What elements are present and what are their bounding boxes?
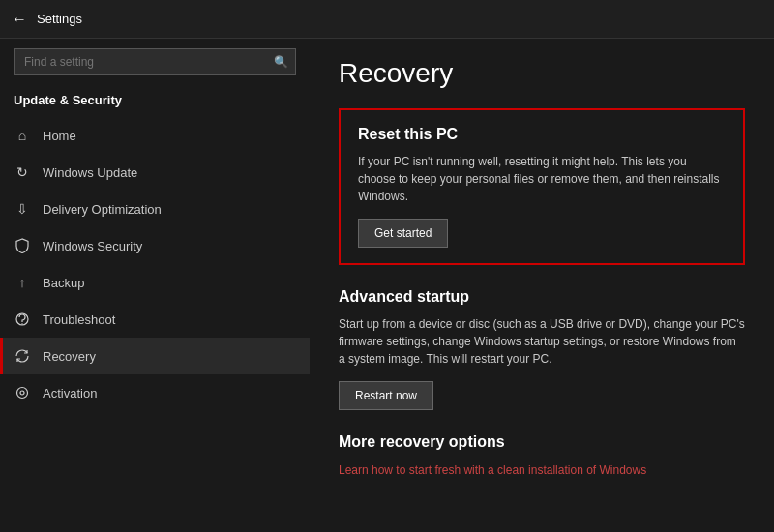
activation-icon [14, 384, 31, 401]
restart-now-button[interactable]: Restart now [339, 381, 433, 410]
advanced-startup-section: Advanced startup Start up from a device … [339, 288, 745, 410]
sidebar-item-label: Windows Update [43, 165, 137, 180]
page-title: Recovery [339, 58, 745, 89]
sidebar-item-delivery-optimization[interactable]: ⇩ Delivery Optimization [0, 191, 310, 227]
reset-pc-section: Reset this PC If your PC isn't running w… [339, 108, 745, 265]
search-input[interactable] [14, 48, 296, 75]
sidebar-item-backup[interactable]: ↑ Backup [0, 264, 310, 301]
sidebar-item-label: Activation [43, 386, 97, 400]
sidebar-item-label: Delivery Optimization [43, 202, 162, 217]
back-button[interactable]: ← [12, 11, 27, 28]
sidebar-item-recovery[interactable]: Recovery [0, 338, 310, 374]
sidebar-item-label: Backup [43, 276, 84, 290]
get-started-button[interactable]: Get started [358, 219, 448, 248]
backup-icon: ↑ [14, 274, 31, 291]
more-recovery-title: More recovery options [339, 433, 745, 451]
sidebar-item-windows-update[interactable]: ↻ Windows Update [0, 154, 310, 191]
clean-install-link[interactable]: Learn how to start fresh with a clean in… [339, 463, 646, 477]
sidebar-item-windows-security[interactable]: Windows Security [0, 227, 310, 264]
recovery-icon [14, 347, 31, 365]
advanced-startup-description: Start up from a device or disc (such as … [339, 315, 745, 368]
sidebar-item-troubleshoot[interactable]: Troubleshoot [0, 301, 310, 338]
sidebar: 🔍 Update & Security ⌂ Home ↻ Windows Upd… [0, 39, 310, 532]
svg-point-2 [17, 388, 28, 399]
titlebar-title: Settings [37, 12, 82, 26]
sidebar-item-label: Troubleshoot [43, 312, 115, 327]
main-container: 🔍 Update & Security ⌂ Home ↻ Windows Upd… [0, 39, 774, 532]
more-recovery-section: More recovery options Learn how to start… [339, 433, 745, 478]
sidebar-section-title: Update & Security [0, 85, 310, 117]
sidebar-item-label: Windows Security [43, 239, 142, 253]
troubleshoot-icon [14, 310, 31, 328]
sidebar-item-label: Recovery [43, 349, 96, 364]
delivery-optimization-icon: ⇩ [14, 200, 31, 218]
home-icon: ⌂ [14, 127, 31, 144]
windows-update-icon: ↻ [14, 163, 31, 181]
svg-point-3 [20, 391, 24, 395]
svg-point-1 [21, 323, 23, 325]
sidebar-item-activation[interactable]: Activation [0, 374, 310, 411]
reset-pc-title: Reset this PC [358, 126, 726, 143]
search-container: 🔍 [14, 48, 296, 75]
sidebar-item-home[interactable]: ⌂ Home [0, 117, 310, 154]
titlebar: ← Settings [0, 0, 774, 39]
reset-pc-description: If your PC isn't running well, resetting… [358, 153, 726, 205]
search-icon: 🔍 [274, 55, 288, 69]
content-area: Recovery Reset this PC If your PC isn't … [310, 39, 774, 532]
windows-security-icon [14, 237, 31, 254]
advanced-startup-title: Advanced startup [339, 288, 745, 306]
sidebar-item-label: Home [43, 129, 76, 143]
